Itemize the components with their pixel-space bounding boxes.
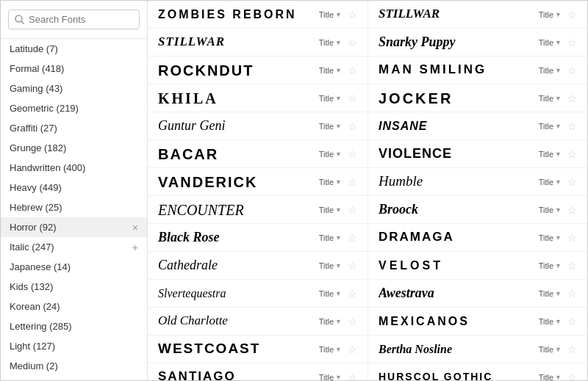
font-tag[interactable]: Title▼ (539, 317, 562, 326)
sidebar-item-3[interactable]: Geometric (219) (1, 98, 147, 118)
font-tag[interactable]: Title▼ (539, 373, 562, 381)
favorite-star-icon[interactable]: ☆ (567, 176, 577, 188)
font-tag[interactable]: Title▼ (319, 289, 342, 298)
favorite-star-icon[interactable]: ☆ (348, 260, 357, 272)
font-tag[interactable]: Title▼ (319, 66, 342, 75)
favorite-star-icon[interactable]: ☆ (567, 9, 577, 21)
chevron-down-icon: ▼ (335, 290, 342, 297)
favorite-star-icon[interactable]: ☆ (567, 65, 577, 76)
font-tag[interactable]: Title▼ (319, 233, 342, 242)
font-tag[interactable]: Title▼ (319, 206, 342, 214)
sidebar-item-7[interactable]: Heavy (449) (1, 178, 147, 197)
chevron-down-icon: ▼ (335, 262, 342, 269)
font-tag[interactable]: Title▼ (539, 150, 562, 159)
search-input[interactable] (29, 14, 133, 25)
font-tag[interactable]: Title▼ (319, 317, 342, 326)
font-name: Bertha Nosline (379, 342, 533, 356)
tag-label: Title (319, 150, 334, 159)
sidebar-item-11[interactable]: Japanese (14) (1, 257, 147, 277)
sidebar-item-2[interactable]: Gaming (43) (1, 79, 147, 98)
tag-label: Title (319, 233, 334, 242)
favorite-star-icon[interactable]: ☆ (567, 232, 577, 244)
font-tag[interactable]: Title▼ (319, 178, 342, 186)
sidebar-item-13[interactable]: Korean (24) (1, 297, 147, 316)
favorite-star-icon[interactable]: ☆ (348, 9, 357, 21)
font-row-right-0: STILLWARTitle▼☆ (368, 1, 587, 29)
font-tag[interactable]: Title▼ (319, 345, 342, 354)
sidebar-item-1[interactable]: Formal (418) (1, 59, 147, 79)
sidebar-item-8[interactable]: Hebrew (25) (1, 197, 147, 217)
font-row-left-0: ZOMBIES REBORNTitle▼☆ (148, 1, 368, 29)
favorite-star-icon[interactable]: ☆ (567, 204, 577, 216)
chevron-down-icon: ▼ (555, 234, 562, 242)
favorite-star-icon[interactable]: ☆ (348, 344, 357, 355)
favorite-star-icon[interactable]: ☆ (348, 37, 357, 48)
chevron-down-icon: ▼ (335, 150, 342, 158)
sidebar-item-12[interactable]: Kids (132) (1, 277, 147, 297)
sidebar-item-5[interactable]: Grunge (182) (1, 138, 147, 158)
favorite-star-icon[interactable]: ☆ (348, 92, 357, 104)
favorite-star-icon[interactable]: ☆ (567, 344, 577, 355)
font-tag[interactable]: Title▼ (319, 150, 342, 159)
font-name: Guntur Geni (158, 118, 313, 134)
font-row-right-1: Snarky PuppyTitle▼☆ (368, 29, 587, 57)
font-row-right-8: DRAMAGATitle▼☆ (368, 224, 587, 252)
add-icon[interactable]: + (132, 242, 138, 253)
font-name: KHILA (158, 90, 313, 107)
tag-label: Title (319, 289, 334, 298)
font-tag[interactable]: Title▼ (539, 289, 562, 298)
font-name: VANDERICK (158, 173, 313, 191)
sidebar-item-label: Italic (247) (10, 242, 54, 253)
font-name: INSANE (379, 119, 533, 133)
font-tag[interactable]: Title▼ (539, 345, 562, 354)
font-row-right-9: VELOSTTitle▼☆ (368, 252, 587, 280)
font-tag[interactable]: Title▼ (539, 206, 562, 214)
font-tag[interactable]: Title▼ (539, 261, 562, 270)
remove-icon[interactable]: × (132, 222, 138, 233)
favorite-star-icon[interactable]: ☆ (348, 232, 357, 244)
favorite-star-icon[interactable]: ☆ (348, 120, 357, 132)
font-tag[interactable]: Title▼ (539, 66, 562, 75)
favorite-star-icon[interactable]: ☆ (348, 288, 357, 300)
sidebar-item-15[interactable]: Light (127) (1, 336, 147, 356)
sidebar-item-label: Graffiti (27) (10, 123, 57, 134)
font-tag[interactable]: Title▼ (539, 233, 562, 242)
font-tag[interactable]: Title▼ (539, 38, 562, 47)
favorite-star-icon[interactable]: ☆ (567, 260, 577, 272)
sidebar-item-14[interactable]: Lettering (285) (1, 316, 147, 336)
font-tag[interactable]: Title▼ (539, 94, 562, 103)
font-name: VIOLENCE (379, 146, 533, 162)
favorite-star-icon[interactable]: ☆ (348, 204, 357, 216)
favorite-star-icon[interactable]: ☆ (567, 316, 577, 327)
favorite-star-icon[interactable]: ☆ (348, 65, 357, 76)
font-name: VELOST (379, 258, 533, 272)
chevron-down-icon: ▼ (555, 262, 562, 269)
font-tag[interactable]: Title▼ (319, 373, 342, 381)
sidebar-item-9[interactable]: Horror (92)× (1, 217, 147, 237)
font-tag[interactable]: Title▼ (319, 261, 342, 270)
font-tag[interactable]: Title▼ (539, 178, 562, 186)
favorite-star-icon[interactable]: ☆ (567, 288, 577, 300)
favorite-star-icon[interactable]: ☆ (567, 92, 577, 104)
sidebar-item-label: Handwritten (400) (10, 162, 85, 173)
sidebar-item-0[interactable]: Latitude (7) (1, 39, 147, 59)
font-tag[interactable]: Title▼ (319, 122, 342, 131)
favorite-star-icon[interactable]: ☆ (567, 37, 577, 48)
font-tag[interactable]: Title▼ (319, 38, 342, 47)
favorite-star-icon[interactable]: ☆ (348, 148, 357, 160)
favorite-star-icon[interactable]: ☆ (348, 176, 357, 188)
favorite-star-icon[interactable]: ☆ (348, 316, 357, 327)
font-tag[interactable]: Title▼ (539, 10, 562, 19)
favorite-star-icon[interactable]: ☆ (348, 371, 357, 381)
sidebar-item-4[interactable]: Graffiti (27) (1, 118, 147, 138)
sidebar-item-16[interactable]: Medium (2) (1, 356, 147, 376)
favorite-star-icon[interactable]: ☆ (567, 120, 577, 132)
font-tag[interactable]: Title▼ (319, 10, 342, 19)
tag-label: Title (319, 178, 334, 186)
font-tag[interactable]: Title▼ (319, 94, 342, 103)
sidebar-item-6[interactable]: Handwritten (400) (1, 158, 147, 178)
font-tag[interactable]: Title▼ (539, 122, 562, 131)
sidebar-item-10[interactable]: Italic (247)+ (1, 237, 147, 257)
favorite-star-icon[interactable]: ☆ (567, 148, 577, 160)
favorite-star-icon[interactable]: ☆ (567, 371, 577, 381)
